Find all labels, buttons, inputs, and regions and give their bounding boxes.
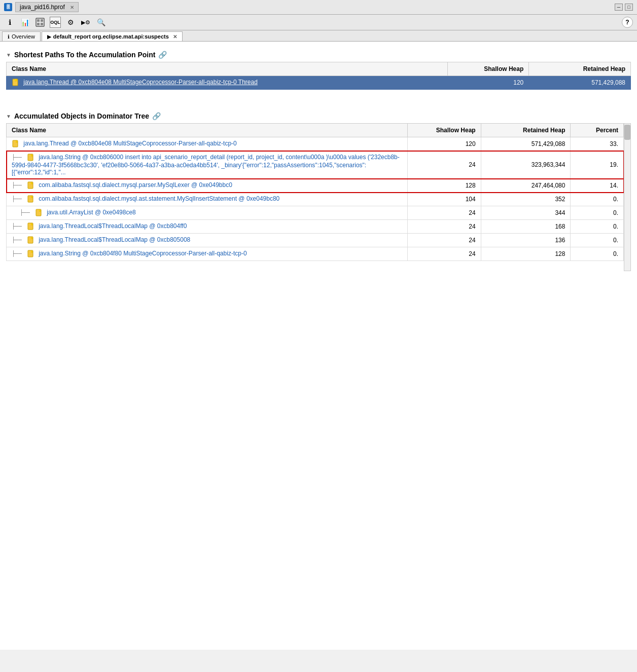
section2-table-wrapper: Class Name Shallow Heap Retained Heap Pe…	[6, 123, 631, 271]
s2-row7-percent: 0.	[571, 247, 624, 261]
s2-row0-retained: 571,429,088	[481, 137, 571, 151]
minimize-button[interactable]: ─	[615, 4, 623, 11]
svg-rect-13	[28, 237, 33, 243]
tab-suspects-label: default_report org.eclipse.mat.api:suspe…	[53, 33, 169, 40]
s2-row2-classname[interactable]: ├── com.alibaba.fastsql.sql.dialect.mysq…	[7, 179, 408, 193]
section1-collapse-icon[interactable]: ▼	[6, 52, 11, 58]
s2-row0-link[interactable]: java.lang.Thread @ 0xcb804e08 MultiStage…	[23, 140, 236, 147]
maximize-button[interactable]: □	[625, 4, 633, 11]
title-tab[interactable]: java_pid16.hprof ✕	[15, 2, 79, 12]
dominator-icon[interactable]	[34, 17, 46, 28]
s2-row5-link[interactable]: java.lang.ThreadLocal$ThreadLocalMap @ 0…	[39, 222, 187, 230]
table-row[interactable]: ├── com.alibaba.fastsql.sql.dialect.mysq…	[7, 179, 624, 193]
s1-row0-retained: 571,429,088	[529, 76, 631, 90]
tree-prefix: ├──	[20, 209, 33, 216]
s2-row1-shallow: 24	[408, 151, 481, 179]
section-gap-1	[6, 100, 631, 108]
oql-icon[interactable]: OQL	[50, 17, 61, 28]
search-icon[interactable]: 🔍	[95, 17, 107, 28]
s2-row1-percent: 19.	[571, 151, 624, 179]
s2-row5-percent: 0.	[571, 220, 624, 234]
s2-row2-percent: 14.	[571, 179, 624, 193]
s2-row3-percent: 0.	[571, 193, 624, 206]
heap-chart-icon[interactable]: 📊	[19, 17, 30, 28]
s2-row4-link[interactable]: java.util.ArrayList @ 0xe0498ce8	[47, 209, 136, 216]
help-button[interactable]: ?	[622, 17, 633, 28]
s1-header-retained: Retained Heap	[529, 62, 631, 76]
table-row[interactable]: ├── java.lang.ThreadLocal$ThreadLocalMap…	[7, 220, 624, 234]
tab-suspects[interactable]: ▶ default_report org.eclipse.mat.api:sus…	[42, 31, 183, 41]
s2-row6-classname[interactable]: ├── java.lang.ThreadLocal$ThreadLocalMap…	[7, 234, 408, 247]
section1-table: Class Name Shallow Heap Retained Heap ja…	[6, 62, 631, 90]
section2-link-icon[interactable]: 🔗	[152, 112, 161, 120]
file-icon	[27, 250, 35, 258]
tab-suspects-close[interactable]: ✕	[173, 34, 177, 40]
s2-row7-classname[interactable]: ├── java.lang.String @ 0xcb804f80 MultiS…	[7, 247, 408, 261]
table-row[interactable]: java.lang.Thread @ 0xcb804e08 MultiStage…	[7, 76, 631, 90]
title-bar: 🗄 java_pid16.hprof ✕ ─ □	[0, 0, 637, 15]
settings-icon[interactable]: ⚙	[65, 17, 76, 28]
s2-row7-retained: 128	[481, 247, 571, 261]
section2-header: ▼ Accumulated Objects in Dominator Tree …	[6, 108, 631, 123]
db-icon: 🗄	[4, 3, 12, 11]
svg-rect-10	[28, 196, 33, 202]
table-row[interactable]: ├── com.alibaba.fastsql.sql.dialect.mysq…	[7, 193, 624, 206]
svg-rect-2	[41, 19, 43, 22]
s2-row4-classname[interactable]: ├── java.util.ArrayList @ 0xe0498ce8	[7, 206, 408, 220]
section1-header: ▼ Shortest Paths To the Accumulation Poi…	[6, 47, 631, 62]
svg-rect-1	[37, 19, 40, 22]
s2-row4-retained: 344	[481, 206, 571, 220]
overview-icon: ℹ	[8, 34, 10, 40]
tree-prefix: ├──	[12, 223, 25, 230]
file-icon	[27, 236, 35, 244]
table-row[interactable]: ├── java.lang.String @ 0xcb804f80 MultiS…	[7, 247, 624, 261]
title-tab-close[interactable]: ✕	[70, 5, 74, 10]
file-icon	[12, 79, 20, 87]
tab-overview-label: Overview	[12, 33, 35, 40]
scrollbar[interactable]	[624, 123, 631, 271]
s1-row0-classname[interactable]: java.lang.Thread @ 0xcb804e08 MultiStage…	[7, 76, 448, 90]
table-row[interactable]: ├── java.lang.String @ 0xcb806000 insert…	[7, 151, 624, 179]
s2-row5-retained: 168	[481, 220, 571, 234]
s2-header-classname: Class Name	[7, 124, 408, 137]
file-icon	[12, 140, 20, 148]
s2-row5-classname[interactable]: ├── java.lang.ThreadLocal$ThreadLocalMap…	[7, 220, 408, 234]
section1-link-icon[interactable]: 🔗	[158, 51, 167, 59]
s2-row1-classname[interactable]: ├── java.lang.String @ 0xcb806000 insert…	[7, 151, 408, 179]
info-icon[interactable]: ℹ	[4, 17, 15, 28]
s2-row1-retained: 323,963,344	[481, 151, 571, 179]
s2-row0-classname[interactable]: java.lang.Thread @ 0xcb804e08 MultiStage…	[7, 137, 408, 151]
tabs-bar: ℹ Overview ▶ default_report org.eclipse.…	[0, 30, 637, 42]
table-row[interactable]: ├── java.util.ArrayList @ 0xe0498ce8 24 …	[7, 206, 624, 220]
main-content: ▼ Shortest Paths To the Accumulation Poi…	[0, 42, 637, 650]
file-icon	[27, 154, 35, 162]
s2-row5-shallow: 24	[408, 220, 481, 234]
tree-prefix: ├──	[12, 196, 25, 202]
s1-header-classname: Class Name	[7, 62, 448, 76]
s2-row2-link[interactable]: com.alibaba.fastsql.sql.dialect.mysql.pa…	[39, 181, 232, 189]
s2-header-shallow: Shallow Heap	[408, 124, 481, 137]
scrollbar-thumb[interactable]	[624, 125, 630, 140]
table-row[interactable]: java.lang.Thread @ 0xcb804e08 MultiStage…	[7, 137, 624, 151]
s1-row0-link[interactable]: java.lang.Thread @ 0xcb804e08 MultiStage…	[23, 79, 258, 86]
s2-row6-shallow: 24	[408, 234, 481, 247]
s1-row0-shallow: 120	[447, 76, 529, 90]
section2-collapse-icon[interactable]: ▼	[6, 114, 11, 119]
s2-row6-link[interactable]: java.lang.ThreadLocal$ThreadLocalMap @ 0…	[39, 236, 190, 243]
s2-row1-link[interactable]: java.lang.String @ 0xcb806000 insert int…	[12, 154, 400, 176]
s2-row4-shallow: 24	[408, 206, 481, 220]
s2-row3-retained: 352	[481, 193, 571, 206]
run-settings-icon[interactable]: ▶⚙	[80, 17, 91, 28]
svg-rect-8	[28, 154, 33, 161]
s2-row3-link[interactable]: com.alibaba.fastsql.sql.dialect.mysql.as…	[39, 195, 279, 202]
tree-prefix: ├──	[12, 154, 25, 161]
s2-row7-shallow: 24	[408, 247, 481, 261]
tab-overview[interactable]: ℹ Overview	[2, 31, 41, 41]
file-icon	[27, 181, 35, 190]
table-row[interactable]: ├── java.lang.ThreadLocal$ThreadLocalMap…	[7, 234, 624, 247]
section2-title: Accumulated Objects in Dominator Tree	[14, 112, 149, 120]
toolbar: ℹ 📊 OQL ⚙ ▶⚙ 🔍 ?	[0, 15, 637, 30]
window-controls: ─ □	[615, 4, 633, 11]
s2-row3-classname[interactable]: ├── com.alibaba.fastsql.sql.dialect.mysq…	[7, 193, 408, 206]
s2-row7-link[interactable]: java.lang.String @ 0xcb804f80 MultiStage…	[39, 250, 246, 257]
